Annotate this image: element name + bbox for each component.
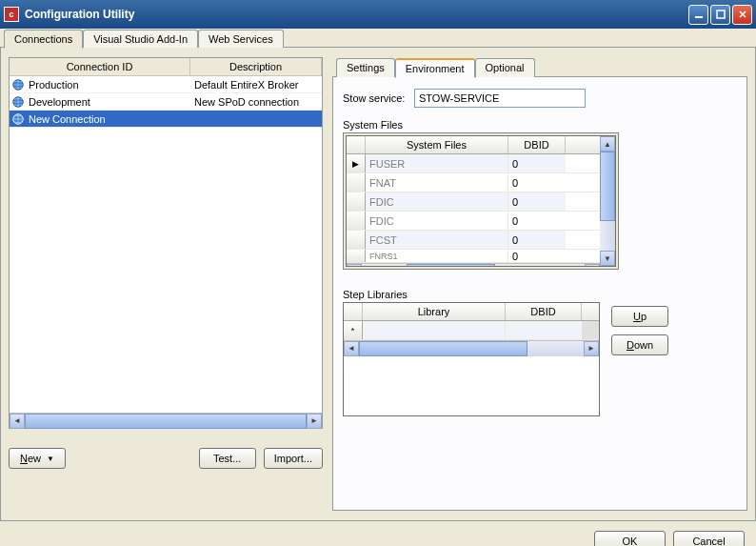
minimize-icon [694,10,704,19]
ok-button[interactable]: OK [594,531,666,546]
scroll-right-icon[interactable]: ► [584,341,599,356]
up-label: U [633,311,641,322]
chevron-down-icon: ▼ [47,455,54,463]
table-row[interactable]: * [344,321,599,340]
sysfiles-hscroll[interactable]: ◄ ► [347,263,600,266]
scroll-left-icon[interactable]: ◄ [344,341,359,356]
col-description[interactable]: Description [190,58,322,75]
tab-settings[interactable]: Settings [336,58,395,77]
maximize-button[interactable] [710,5,730,25]
new-button[interactable]: New▼ [9,448,66,469]
scroll-right-icon[interactable]: ► [585,264,600,267]
scroll-left-icon[interactable]: ◄ [10,414,25,429]
connection-name: Development [29,96,90,108]
connection-desc: New SPoD connection [190,96,322,108]
scroll-left-icon[interactable]: ◄ [347,264,362,267]
table-row[interactable]: FDIC0 [347,192,600,212]
maximize-icon [716,10,726,19]
table-row[interactable]: ▶FUSER0 [347,154,600,173]
table-row[interactable]: New Connection [10,111,322,128]
import-button[interactable]: Import... [264,448,323,469]
connection-name: Production [29,79,79,91]
table-row[interactable]: FDIC0 [347,212,600,231]
svg-rect-0 [695,16,703,18]
up-button[interactable]: Up [611,306,668,327]
globe-icon [11,112,25,126]
col-system-files[interactable]: System Files [366,136,508,153]
stow-service-input[interactable] [414,89,586,108]
tab-optional[interactable]: Optional [475,58,535,77]
col-library[interactable]: Library [363,303,506,320]
connections-hscroll[interactable]: ◄ ► [10,413,322,428]
tab-environment[interactable]: Environment [395,58,475,78]
tab-vs-addin[interactable]: Visual Studio Add-In [83,30,198,48]
globe-icon [11,78,25,91]
table-row[interactable]: FNRS10 [347,250,600,263]
down-button[interactable]: Down [611,334,668,355]
connection-name: New Connection [29,113,106,125]
connection-desc: Default EntireX Broker [190,79,322,91]
close-icon [738,10,747,19]
stow-service-label: Stow service: [343,92,414,104]
test-button[interactable]: Test... [199,448,256,469]
connections-table: Connection ID Description Production Def… [9,57,323,429]
scroll-right-icon[interactable]: ► [307,414,322,429]
sub-tabstrip: Settings Environment Optional [332,58,747,77]
row-indicator-icon: ▶ [347,154,366,172]
tab-web-services[interactable]: Web Services [198,30,284,48]
table-row[interactable]: FCST0 [347,231,600,250]
window-title: Configuration Utility [25,8,688,21]
sysfiles-vscroll[interactable]: ▲ ▼ [600,136,615,266]
system-files-label: System Files [343,119,737,131]
new-row-icon: * [344,321,363,339]
tab-connections[interactable]: Connections [4,30,83,49]
app-icon: c [4,7,19,22]
globe-icon [11,95,25,109]
col-dbid[interactable]: DBID [508,136,566,153]
steplib-hscroll[interactable]: ◄ ► [344,340,599,355]
cancel-button[interactable]: Cancel [673,531,745,546]
col-dbid[interactable]: DBID [506,303,582,320]
minimize-button[interactable] [688,5,708,25]
svg-rect-1 [717,10,725,18]
close-button[interactable] [732,5,752,25]
col-connection-id[interactable]: Connection ID [10,58,190,75]
down-label: D [627,339,634,351]
scroll-down-icon[interactable]: ▼ [600,251,615,266]
table-row[interactable]: Development New SPoD connection [10,93,322,111]
main-tabstrip: Connections Visual Studio Add-In Web Ser… [0,30,756,48]
table-row[interactable]: Production Default EntireX Broker [10,76,322,93]
table-row[interactable]: FNAT0 [347,173,600,192]
step-libraries-label: Step Libraries [343,289,600,300]
scroll-up-icon[interactable]: ▲ [600,136,615,152]
title-bar: c Configuration Utility [0,0,756,29]
